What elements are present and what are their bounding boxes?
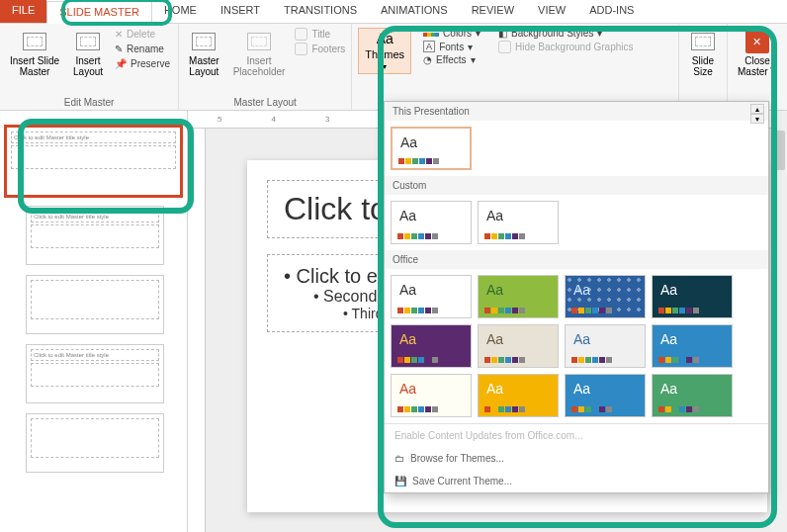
theme-tile[interactable]: Aa — [565, 374, 646, 417]
theme-preview-text: Aa — [660, 331, 677, 347]
theme-tile[interactable]: Aa — [478, 275, 559, 318]
theme-preview-text: Aa — [573, 282, 590, 298]
tab-animations[interactable]: ANIMATIONS — [369, 0, 460, 23]
slide-master-icon — [21, 30, 48, 53]
vertical-scrollbar[interactable] — [771, 111, 787, 532]
tab-slide-master[interactable]: SLIDE MASTER — [46, 1, 152, 24]
slide-size-button[interactable]: Slide Size — [685, 28, 721, 79]
effects-icon: ◔ — [423, 54, 432, 65]
theme-tile[interactable]: Aa — [652, 324, 733, 368]
insert-slide-master-button[interactable]: Insert Slide Master — [6, 28, 63, 79]
theme-tile[interactable]: Aa — [565, 324, 646, 368]
theme-tile[interactable]: Aa — [478, 324, 559, 368]
preserve-button[interactable]: 📌Preserve — [113, 57, 172, 70]
color-swatch — [484, 406, 525, 412]
tab-view[interactable]: VIEW — [526, 0, 577, 23]
tab-home[interactable]: HOME — [152, 0, 209, 23]
theme-preview-text: Aa — [486, 331, 503, 347]
theme-preview-text: Aa — [486, 208, 503, 223]
theme-tile[interactable]: Aa — [391, 201, 472, 244]
theme-tile[interactable]: Aa — [391, 324, 472, 368]
close-master-button[interactable]: ✕ Close Master V — [734, 28, 781, 79]
tab-insert[interactable]: INSERT — [209, 0, 272, 23]
section-header: Custom — [385, 176, 768, 195]
theme-preview-text: Aa — [399, 381, 416, 397]
layout-thumbnail[interactable] — [26, 413, 164, 473]
group-master-layout: Master Layout Insert Placeholder Title F… — [179, 24, 352, 110]
layout-icon — [74, 30, 102, 53]
layout-thumbnail[interactable]: Click to edit Master title style — [26, 344, 164, 403]
theme-preview-text: Aa — [660, 381, 677, 397]
theme-preview-text: Aa — [573, 331, 590, 347]
footers-checkbox[interactable]: Footers — [295, 43, 345, 55]
effects-dropdown[interactable]: ◔ Effects ▾ — [423, 54, 481, 65]
color-swatch — [658, 406, 699, 412]
theme-preview-text: Aa — [399, 282, 416, 298]
theme-tile[interactable]: Aa — [478, 374, 559, 417]
color-swatch — [397, 357, 438, 363]
vertical-ruler[interactable] — [188, 129, 206, 532]
thumbnail-pane[interactable]: Click to edit Master title style Click t… — [0, 111, 188, 532]
color-swatch — [397, 308, 438, 313]
tab-review[interactable]: REVIEW — [460, 0, 526, 23]
theme-tile[interactable]: Aa — [391, 374, 472, 417]
section-header: This Presentation — [385, 102, 768, 121]
background-icon: ◧ — [498, 28, 507, 39]
color-swatch — [397, 406, 438, 412]
theme-preview-text: Aa — [660, 282, 677, 298]
enable-updates-link: Enable Content Updates from Office.com..… — [385, 424, 768, 447]
layout-thumbnail[interactable] — [26, 275, 164, 334]
scroll-thumb[interactable] — [773, 131, 785, 170]
fonts-dropdown[interactable]: A Fonts ▾ — [423, 41, 481, 52]
tab-bar: FILE SLIDE MASTER HOME INSERT TRANSITION… — [0, 0, 787, 24]
theme-tile[interactable]: Aa — [565, 275, 646, 318]
browse-themes-link[interactable]: 🗀Browse for Themes... — [385, 447, 768, 470]
color-swatch — [571, 357, 612, 363]
group-label: Edit Master — [64, 97, 115, 108]
ribbon: Insert Slide Master Insert Layout ✕Delet… — [0, 24, 787, 111]
folder-icon: 🗀 — [394, 453, 404, 464]
size-icon — [689, 30, 717, 53]
master-layout-button[interactable]: Master Layout — [185, 28, 223, 79]
theme-preview-text: Aa — [400, 134, 417, 150]
group-close: ✕ Close Master V — [728, 24, 787, 110]
theme-preview-text: Aa — [486, 381, 503, 397]
insert-placeholder-button[interactable]: Insert Placeholder — [229, 28, 290, 79]
color-swatch — [571, 406, 612, 412]
themes-button[interactable]: Aa Themes ▾ — [358, 28, 411, 74]
delete-icon: ✕ — [115, 29, 123, 40]
theme-tile[interactable]: Aa — [652, 374, 733, 417]
gallery-scroll-arrows: ▴ ▾ — [750, 104, 764, 124]
slide-master-thumbnail[interactable]: Click to edit Master title style — [6, 127, 181, 196]
color-swatch — [484, 308, 525, 313]
color-swatch — [658, 308, 699, 313]
scroll-up-icon[interactable]: ▴ — [750, 104, 764, 114]
background-styles-dropdown[interactable]: ◧ Background Styles ▾ — [498, 28, 634, 39]
group-edit-theme: Aa Themes ▾ Colors ▾ A Fonts ▾ ◔ Effects… — [352, 24, 679, 110]
theme-tile[interactable]: Aa — [391, 275, 472, 318]
delete-button[interactable]: ✕Delete — [113, 28, 172, 41]
theme-tile[interactable]: Aa — [478, 201, 559, 244]
tab-addins[interactable]: ADD-INS — [577, 0, 646, 23]
theme-preview-text: Aa — [486, 282, 503, 298]
tab-transitions[interactable]: TRANSITIONS — [272, 0, 369, 23]
insert-layout-button[interactable]: Insert Layout — [69, 28, 107, 79]
layout-thumbnail[interactable]: Click to edit Master title style — [26, 206, 164, 265]
theme-tile[interactable]: Aa — [652, 275, 733, 318]
theme-tile[interactable]: Aa — [391, 127, 472, 170]
fonts-icon: A — [423, 41, 435, 52]
scroll-down-icon[interactable]: ▾ — [750, 114, 764, 124]
themes-icon: Aa — [377, 31, 394, 46]
themes-gallery-dropdown: ▴ ▾ This Presentation Aa Custom AaAa Off… — [384, 101, 769, 493]
close-icon: ✕ — [745, 30, 769, 53]
color-swatch — [484, 233, 525, 239]
hide-background-checkbox[interactable]: Hide Background Graphics — [498, 41, 634, 53]
group-edit-master: Insert Slide Master Insert Layout ✕Delet… — [0, 24, 179, 110]
tab-file[interactable]: FILE — [0, 0, 46, 23]
colors-dropdown[interactable]: Colors ▾ — [423, 28, 481, 39]
color-swatch — [484, 357, 525, 363]
rename-button[interactable]: ✎Rename — [113, 43, 172, 55]
title-checkbox[interactable]: Title — [295, 28, 345, 41]
master-layout-icon — [190, 30, 218, 53]
save-current-theme-link[interactable]: 💾Save Current Theme... — [385, 470, 768, 492]
